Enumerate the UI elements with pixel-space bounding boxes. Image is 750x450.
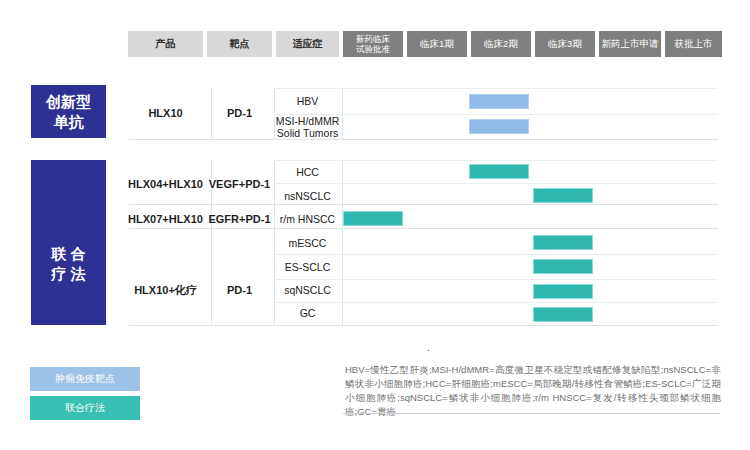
- stage-bar-mescc: [533, 235, 593, 250]
- column-header-label: 临床2期: [484, 38, 518, 51]
- stage-bar-es-sclc: [533, 259, 593, 274]
- stage-bar-hcc: [469, 164, 529, 179]
- product-name: HLX07+HLX10: [128, 212, 203, 226]
- legend-item-combination-therapy: 联合疗法: [30, 396, 140, 420]
- column-divider: [274, 160, 275, 325]
- column-divider: [342, 160, 343, 325]
- stage-bar-r-m-hnscc: [343, 211, 403, 226]
- column-header-label: 靶点: [230, 37, 250, 51]
- product-name: HLX04+HLX10: [128, 177, 203, 191]
- stray-period: .: [427, 341, 430, 353]
- column-header-target: 靶点: [207, 31, 272, 57]
- row-divider: [276, 160, 718, 161]
- group-divider: [129, 139, 718, 140]
- group-divider: [129, 204, 718, 205]
- group-divider: [129, 325, 718, 326]
- indication-label: ES-SCLC: [276, 260, 339, 274]
- indication-label: HCC: [276, 165, 339, 179]
- legend-item-tumor-immune-target: 肿瘤免疫靶点: [30, 367, 140, 391]
- group-label-line: 疗 法: [51, 264, 85, 284]
- column-header-ind-approval: 新药临床 试验批准: [343, 31, 403, 57]
- indication-label-line: MSI-H/dMMR: [272, 115, 343, 127]
- stage-bar-hbv: [469, 94, 529, 109]
- column-header-label: 临床1期: [420, 38, 454, 51]
- footnote-divider: [343, 413, 720, 414]
- indication-label: GC: [276, 306, 339, 320]
- indication-label: mESCC: [276, 236, 339, 250]
- column-header-indication: 适应症: [276, 31, 339, 57]
- indication-label-line: Solid Tumors: [272, 127, 343, 139]
- group-label-combination-therapy: 联 合 疗 法: [31, 160, 106, 325]
- pipeline-chart: 产品 靶点 适应症 新药临床 试验批准 临床1期 临床2期 临床3期 新药上市申…: [0, 0, 750, 450]
- column-header-product: 产品: [128, 31, 203, 57]
- column-header-label: 产品: [156, 37, 176, 51]
- group-label-line: 联 合: [51, 244, 85, 264]
- footnote-abbreviations: HBV=慢性乙型肝炎;MSI-H/dMMR=高度微卫星不稳定型或错配修复缺陷型;…: [345, 363, 721, 419]
- column-header-label: 新药临床: [356, 34, 390, 44]
- indication-label: sqNSCLC: [276, 283, 339, 297]
- row-divider: [276, 183, 718, 184]
- product-name: HLX10: [128, 106, 203, 120]
- column-header-phase3: 临床3期: [535, 31, 595, 57]
- row-divider: [276, 302, 718, 303]
- column-header-nda: 新药上市申请: [599, 31, 661, 57]
- group-label-line: 创新型: [46, 92, 91, 112]
- group-divider: [129, 228, 718, 229]
- group-label-line: 单抗: [54, 112, 84, 132]
- target-name: PD-1: [207, 283, 272, 297]
- column-header-label: 试验批准: [356, 44, 390, 54]
- row-divider: [276, 279, 718, 280]
- column-header-label: 获批上市: [675, 38, 713, 51]
- column-header-label: 适应症: [293, 37, 323, 51]
- column-header-label: 新药上市申请: [602, 38, 659, 51]
- column-header-label: 临床3期: [548, 38, 582, 51]
- target-name: EGFR+PD-1: [207, 212, 272, 226]
- row-divider: [276, 88, 718, 89]
- legend-label: 联合疗法: [65, 401, 105, 415]
- indication-label: HBV: [276, 94, 339, 108]
- row-divider: [276, 254, 718, 255]
- column-header-phase1: 临床1期: [407, 31, 467, 57]
- target-name: PD-1: [207, 106, 272, 120]
- indication-label: nsNSCLC: [276, 189, 339, 203]
- product-name: HLX10+化疗: [128, 283, 203, 297]
- stage-bar-gc: [533, 307, 593, 322]
- indication-label: MSI-H/dMMR Solid Tumors: [272, 115, 343, 141]
- stage-bar-nsnsclc: [533, 188, 593, 203]
- legend-label: 肿瘤免疫靶点: [55, 372, 115, 386]
- stage-bar-msi-h-dmmr-solid-tumors: [469, 119, 529, 134]
- indication-label: r/m HNSCC: [276, 212, 339, 226]
- group-label-innovative-mab: 创新型 单抗: [31, 85, 106, 138]
- target-name: VEGF+PD-1: [207, 177, 272, 191]
- column-header-approved: 获批上市: [665, 31, 722, 57]
- column-header-phase2: 临床2期: [471, 31, 531, 57]
- stage-bar-sqnsclc: [533, 284, 593, 299]
